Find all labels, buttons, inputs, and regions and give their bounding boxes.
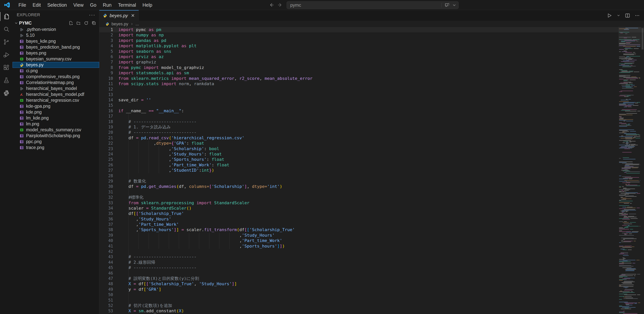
run-python-file-icon[interactable] <box>607 13 612 18</box>
activity-extensions-icon[interactable] <box>0 61 12 74</box>
code-line-17[interactable]: 17 <box>99 114 644 119</box>
code-line-40[interactable]: 40 ,'Part_time_Work' <box>99 238 644 243</box>
breadcrumb-more[interactable]: ... <box>136 22 139 27</box>
activity-source-control-icon[interactable] <box>0 36 12 48</box>
code-line-19[interactable]: 19 # 1. データ読み込み <box>99 124 644 130</box>
nav-forward-icon[interactable] <box>277 2 283 8</box>
menu-selection[interactable]: Selection <box>44 1 70 9</box>
file-item-lm_kde.png[interactable]: lm_kde.png <box>12 115 99 121</box>
file-item-bayesian_summary.csv[interactable]: bayesian_summary.csv <box>12 56 99 62</box>
activity-search-icon[interactable] <box>0 23 12 36</box>
code-line-44[interactable]: 44 # 2.線形回帰 <box>99 260 644 265</box>
file-item-5.10[interactable]: 5.10 <box>12 32 99 38</box>
code-line-46[interactable]: 46 <box>99 270 644 276</box>
command-center-search[interactable]: pymc <box>286 1 459 9</box>
code-line-1[interactable]: 1import pymc as pm <box>99 27 644 32</box>
code-line-53[interactable]: 53 X = sm.add_constant(X) <box>99 308 644 313</box>
file-item-hierarchical_bayes_model[interactable]: hierarchical_bayes_model <box>12 86 99 92</box>
minimap-slider[interactable] <box>618 27 641 47</box>
folder-section-pymc[interactable]: PYMC <box>12 20 99 27</box>
code-line-10[interactable]: 10from sklearn.metrics import mean_squar… <box>99 76 644 81</box>
code-line-18[interactable]: 18 # ------------------------- <box>99 119 644 124</box>
code-line-32[interactable]: 32 #標準化 <box>99 195 644 200</box>
code-line-43[interactable]: 43 # ------------------------- <box>99 254 644 259</box>
file-item-CorrelationHeatmap.png[interactable]: CorrelationHeatmap.png <box>12 80 99 86</box>
activity-python-icon[interactable] <box>0 87 12 100</box>
code-line-9[interactable]: 9import statsmodels.api as sm <box>99 70 644 76</box>
file-item-trace.png[interactable]: trace.png <box>12 145 99 151</box>
menu-help[interactable]: Help <box>139 1 156 9</box>
activity-testing-icon[interactable] <box>0 74 12 87</box>
file-item-kde-gpa.png[interactable]: kde-gpa.png <box>12 103 99 109</box>
code-line-51[interactable]: 51 <box>99 298 644 303</box>
code-line-15[interactable]: 15 <box>99 103 644 108</box>
code-line-37[interactable]: 37 ,'Part_time_Work' <box>99 222 644 227</box>
menu-view[interactable]: View <box>70 1 87 9</box>
code-line-41[interactable]: 41 ,'Sports_hours']]) <box>99 243 644 249</box>
file-item-.python-version[interactable]: .python-version <box>12 27 99 32</box>
nav-back-icon[interactable] <box>269 2 274 8</box>
code-line-36[interactable]: 36 ,'Study_Hours' <box>99 216 644 222</box>
code-line-34[interactable]: 34 scaler = StandardScaler() <box>99 206 644 211</box>
collapse-folders-icon[interactable] <box>92 21 96 25</box>
file-item-comprehensive_results.png[interactable]: comprehensive_results.png <box>12 74 99 80</box>
code-line-21[interactable]: 21 df = pd.read_csv('hierarchical_regres… <box>99 135 644 141</box>
code-line-26[interactable]: 26 ,'Part_time_Work': float <box>99 162 644 168</box>
code-line-23[interactable]: 23 ,'Scholarship': bool <box>99 146 644 151</box>
file-item-bayes_prediction_band.png[interactable]: bayes_prediction_band.png <box>12 44 99 50</box>
code-line-28[interactable]: 28 <box>99 173 644 179</box>
code-line-42[interactable]: 42 <box>99 249 644 254</box>
file-item-hierarchical_regression.csv[interactable]: hierarchical_regression.csv <box>12 97 99 103</box>
editor-scrollbar[interactable] <box>641 27 644 314</box>
code-line-49[interactable]: 49 y = df['GPA'] <box>99 287 644 292</box>
search-dropdown-chevron-icon[interactable] <box>452 3 456 8</box>
code-line-29[interactable]: 29 # 数量化 <box>99 179 644 184</box>
file-item-bayes_kde.png[interactable]: bayes_kde.png <box>12 38 99 44</box>
breadcrumb-file[interactable]: beyes.py <box>112 22 128 27</box>
file-item-PairplotwithScholarship.png[interactable]: PairplotwithScholarship.png <box>12 133 99 139</box>
refresh-explorer-icon[interactable] <box>84 21 88 25</box>
file-item-bayes.png[interactable]: bayes.png <box>12 50 99 56</box>
code-line-27[interactable]: 27 ,'StudentID':int}) <box>99 168 644 173</box>
code-line-12[interactable]: 12 <box>99 87 644 92</box>
tab-beyes-py[interactable]: beyes.py ✕ <box>99 10 139 21</box>
code-line-6[interactable]: 6import arviz as az <box>99 54 644 60</box>
breadcrumb[interactable]: beyes.py ... <box>99 21 644 27</box>
code-line-3[interactable]: 3import pandas as pd <box>99 38 644 43</box>
tab-close-icon[interactable]: ✕ <box>130 13 136 19</box>
code-line-33[interactable]: 33 from sklearn.preprocessing import Sta… <box>99 200 644 206</box>
code-line-48[interactable]: 48 X = df[['Scholarship_True', 'Study_Ho… <box>99 281 644 286</box>
copilot-chat-icon[interactable] <box>444 2 450 8</box>
menu-run[interactable]: Run <box>100 1 115 9</box>
menu-edit[interactable]: Edit <box>29 1 44 9</box>
code-line-8[interactable]: 8from pymc import model_to_graphviz <box>99 65 644 70</box>
code-line-47[interactable]: 47 # 説明変数(X)と目的変数(y)に分割 <box>99 276 644 281</box>
menu-file[interactable]: File <box>15 1 29 9</box>
code-line-7[interactable]: 7import graphviz <box>99 60 644 65</box>
code-line-39[interactable]: 39 ,'Study_Hours' <box>99 233 644 238</box>
menu-terminal[interactable]: Terminal <box>115 1 139 9</box>
file-item-hierarchical_bayes_model.pdf[interactable]: hierarchical_bayes_model.pdf <box>12 92 99 97</box>
scrollbar-thumb[interactable] <box>642 28 644 50</box>
file-item-ci.png[interactable]: ci.png <box>12 68 99 74</box>
file-item-beyes.py[interactable]: beyes.py <box>12 62 99 68</box>
code-line-45[interactable]: 45 # ------------------------- <box>99 265 644 270</box>
new-file-icon[interactable] <box>69 21 73 25</box>
code-line-31[interactable]: 31 <box>99 189 644 195</box>
code-line-14[interactable]: 14save_dir = '' <box>99 97 644 103</box>
file-item-kde.png[interactable]: kde.png <box>12 109 99 115</box>
code-line-20[interactable]: 20 # ------------------------- <box>99 130 644 135</box>
code-line-2[interactable]: 2import numpy as np <box>99 32 644 38</box>
code-line-25[interactable]: 25 ,'Sports_hours': float <box>99 157 644 162</box>
code-line-52[interactable]: 52 # 切片(定数項)を追加 <box>99 303 644 308</box>
editor-more-actions-icon[interactable] <box>635 13 640 18</box>
code-line-16[interactable]: 16if __name__ == "__main__": <box>99 108 644 114</box>
file-item-lm.png[interactable]: lm.png <box>12 121 99 127</box>
new-folder-icon[interactable] <box>76 21 81 25</box>
code-editor[interactable]: 1import pymc as pm2import numpy as np3im… <box>99 27 644 314</box>
minimap[interactable] <box>618 27 641 314</box>
split-editor-icon[interactable] <box>625 13 630 18</box>
code-line-30[interactable]: 30 df = pd.get_dummies(df, columns=['Sch… <box>99 184 644 189</box>
menu-go[interactable]: Go <box>87 1 100 9</box>
file-item-ppc.png[interactable]: ppc.png <box>12 139 99 145</box>
